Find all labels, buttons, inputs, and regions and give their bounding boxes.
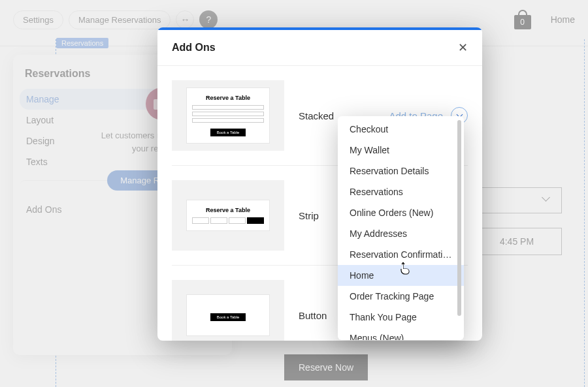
dropdown-item[interactable]: Menus (New) <box>338 328 464 340</box>
thumb-button: Book a Table <box>210 313 246 321</box>
thumb-title: Reserve a Table <box>192 95 264 101</box>
modal-title: Add Ons <box>172 42 216 54</box>
addon-thumb: Reserve a Table Book a Table <box>172 80 284 151</box>
addon-label: Strip <box>299 210 319 221</box>
dropdown-item[interactable]: My Addresses <box>338 223 464 244</box>
page-picker-dropdown: CheckoutMy WalletReservation DetailsRese… <box>338 116 464 340</box>
modal-header: Add Ons ✕ <box>157 30 482 66</box>
dropdown-item[interactable]: Checkout <box>338 119 464 140</box>
dropdown-item[interactable]: Reservations <box>338 181 464 202</box>
thumb-title: Reserve a Table <box>192 207 264 213</box>
cursor-icon <box>400 262 410 277</box>
addon-label: Button <box>299 310 327 321</box>
dropdown-item[interactable]: My Wallet <box>338 140 464 161</box>
addon-thumb: Reserve a Table <box>172 180 284 251</box>
dropdown-item[interactable]: Thank You Page <box>338 307 464 328</box>
dropdown-item[interactable]: Reservation Details <box>338 161 464 181</box>
addon-thumb: Book a Table <box>172 280 284 341</box>
addon-label: Stacked <box>299 110 334 121</box>
dropdown-item[interactable]: Online Orders (New) <box>338 202 464 223</box>
dropdown-item[interactable]: Order Tracking Page <box>338 286 464 307</box>
close-icon[interactable]: ✕ <box>458 40 468 55</box>
thumb-button: Book a Table <box>210 129 246 136</box>
scrollbar[interactable] <box>457 120 461 316</box>
